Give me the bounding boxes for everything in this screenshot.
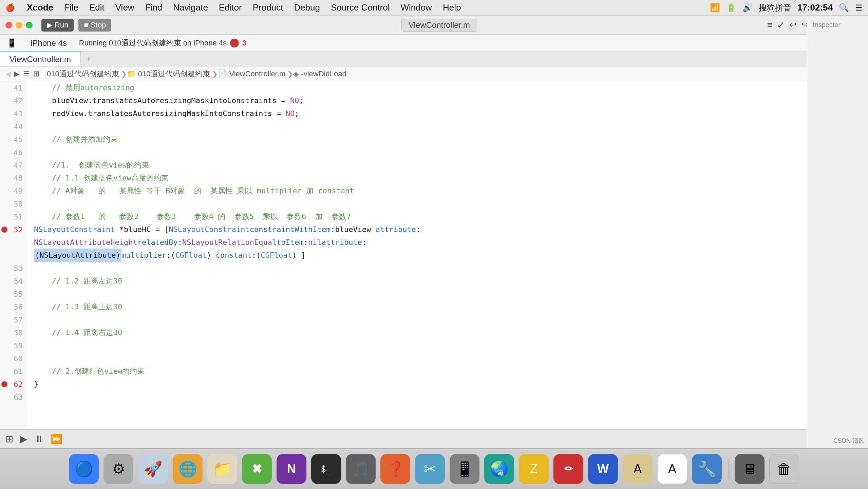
nav-back-icon[interactable]: ↩	[789, 20, 797, 30]
xcode-icon: ✖	[252, 462, 262, 476]
dock-separator	[728, 459, 729, 479]
wifi-icon: 📶	[710, 3, 720, 13]
code-line-58: // 1.4 距离右边30	[34, 326, 861, 339]
line-55: 55	[0, 288, 27, 300]
main-toolbar: ▶ Run ■ Stop ViewController.m ≡ ⤢ ↩ ↪ ▭ …	[0, 16, 868, 35]
dock-safari[interactable]: 🌐	[173, 454, 203, 484]
minimize-button[interactable]	[16, 22, 22, 28]
line-52c	[0, 249, 27, 262]
dock-files[interactable]: 📁	[207, 454, 237, 484]
line-44: 44	[0, 120, 27, 133]
maximize-button[interactable]	[26, 22, 33, 28]
menu-file[interactable]: File	[62, 2, 80, 14]
code-editor[interactable]: 41 42 43 44 45 46 47 48 49 50 51 52 53 5…	[0, 81, 868, 429]
breadcrumb-back-button[interactable]: ◀	[5, 70, 11, 78]
close-button[interactable]	[5, 22, 12, 28]
list-icon[interactable]: ☰	[855, 3, 863, 13]
search-icon[interactable]: 🔍	[839, 3, 849, 13]
add-tab-button[interactable]: +	[81, 54, 97, 64]
dock-finder[interactable]: 🔵	[69, 454, 99, 484]
menu-help[interactable]: Help	[441, 2, 463, 14]
snippets-icon: ✂	[424, 460, 436, 477]
code-line-47: //1. 创建蓝色view的约束	[34, 159, 861, 172]
dock-word[interactable]: W	[588, 454, 618, 484]
apple-menu[interactable]: 🍎	[5, 3, 15, 12]
dock-system-prefs[interactable]: ⚙	[103, 454, 133, 484]
menu-find[interactable]: Find	[143, 2, 165, 14]
code-line-55	[34, 288, 861, 300]
bc-left-panel-icon[interactable]: ⊞	[33, 70, 39, 78]
menubar: 🍎 Xcode File Edit View Find Navigate Edi…	[0, 0, 868, 16]
error-dot-52	[1, 227, 7, 233]
breadcrumb-item-file[interactable]: ViewController.m	[227, 70, 287, 78]
line-41: 41	[0, 81, 27, 94]
dock-tool[interactable]: 🔧	[692, 454, 722, 484]
menu-view[interactable]: View	[113, 2, 136, 14]
dock-iphone[interactable]: 📱	[450, 454, 479, 484]
toolbar-center: ViewController.m	[116, 19, 762, 32]
traffic-lights	[5, 22, 33, 28]
debug-toolbar: ⊞ ▶ ⏸ ⏩	[0, 429, 868, 448]
dock-snippets[interactable]: ✂	[415, 454, 445, 484]
input-method[interactable]: 搜狗拼音	[759, 2, 791, 13]
menu-product[interactable]: Product	[251, 2, 285, 14]
debug-run-btn[interactable]: ▶	[20, 433, 27, 445]
method-icon: ◈	[293, 70, 299, 78]
breadcrumb-item-method[interactable]: -viewDidLoad	[299, 70, 348, 78]
dock-itunes[interactable]: 🎵	[346, 454, 376, 484]
file-tab-viewcontroller[interactable]: ViewController.m	[0, 52, 81, 66]
menu-edit[interactable]: Edit	[87, 2, 107, 14]
line-52b	[0, 236, 27, 249]
menu-navigate[interactable]: Navigate	[171, 2, 210, 14]
launchpad-icon: 🚀	[144, 460, 163, 478]
menu-source-control[interactable]: Source Control	[329, 2, 392, 14]
line-47: 47	[0, 159, 27, 172]
dock-filezilla[interactable]: Z	[519, 454, 549, 484]
run-button[interactable]: ▶ Run	[41, 19, 74, 32]
breadcrumb-forward-button[interactable]: ▶	[14, 70, 20, 78]
menu-debug[interactable]: Debug	[292, 2, 322, 14]
menu-editor[interactable]: Editor	[217, 2, 244, 14]
code-line-52c: (NSLayoutAttribute) multiplier:(CGFloat)…	[34, 249, 861, 262]
line-62-error: 62	[0, 378, 27, 391]
breadcrumb: ◀ ▶ ☰ ⊞ 010通过代码创建约束 ❯ 📁 010通过代码创建约束 ❯ 📄 …	[0, 66, 868, 81]
dock-textedit[interactable]: A	[657, 454, 687, 484]
line-61: 61	[0, 365, 27, 378]
device-name: iPhone 4s	[24, 38, 74, 48]
dock-launchpad[interactable]: 🚀	[138, 454, 168, 484]
browser-icon: 🌏	[490, 460, 509, 478]
nav-list-icon[interactable]: ≡	[767, 20, 772, 30]
dock-app1[interactable]: ❓	[380, 454, 410, 484]
breadcrumb-item-project[interactable]: 010通过代码创建约束	[45, 69, 121, 79]
itunes-icon: 🎵	[352, 460, 370, 478]
stop-button[interactable]: ■ Stop	[78, 19, 111, 32]
bc-list-icon[interactable]: ☰	[23, 70, 30, 78]
safari-icon: 🌐	[178, 460, 197, 478]
dock-font-explorer[interactable]: A	[623, 454, 653, 484]
line-59: 59	[0, 339, 27, 352]
dock-terminal[interactable]: $_	[311, 454, 341, 484]
menu-xcode[interactable]: Xcode	[25, 2, 55, 14]
breadcrumb-item-folder[interactable]: 010通过代码创建约束	[136, 69, 212, 79]
debug-pause-btn[interactable]: ⏸	[34, 433, 44, 445]
dock-sketch[interactable]: ✏	[553, 454, 583, 484]
line-42: 42	[0, 94, 27, 107]
dock-trash[interactable]: 🗑	[769, 454, 799, 484]
debug-step-btn[interactable]: ⏩	[51, 433, 62, 445]
breadcrumb-sep-2: ❯	[212, 70, 218, 78]
menu-window[interactable]: Window	[398, 2, 434, 14]
dock-browser[interactable]: 🌏	[484, 454, 514, 484]
line-63: 63	[0, 391, 27, 404]
nav-expand-icon[interactable]: ⤢	[777, 20, 785, 30]
dock-xcode[interactable]: ✖	[242, 454, 272, 484]
dock-onenote[interactable]: N	[277, 454, 306, 484]
dock-remote[interactable]: 🖥	[735, 454, 765, 484]
file-icon: 📄	[218, 70, 227, 78]
running-text: Running 010通过代码创建约束 on iPhone 4s	[79, 38, 227, 48]
debug-layout-btn[interactable]: ⊞	[5, 433, 13, 445]
code-line-52a: NSLayoutConstraint *blueHC = [NSLayoutCo…	[34, 223, 861, 236]
code-content[interactable]: // 禁用autoresizing blueView.translatesAut…	[27, 81, 861, 429]
csdn-watermark: CSDN·清风	[833, 437, 865, 445]
code-line-62: }	[34, 378, 861, 391]
clock: 17:02:54	[797, 2, 833, 13]
